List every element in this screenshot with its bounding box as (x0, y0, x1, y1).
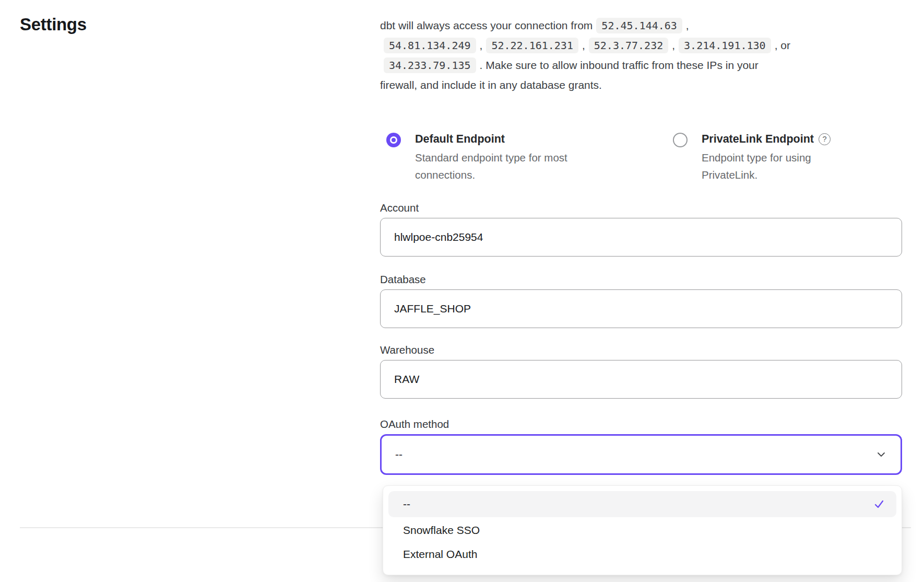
ip-address-chip: 52.45.144.63 (596, 18, 682, 33)
warehouse-input[interactable] (380, 360, 902, 399)
ip-address-chip: 54.81.134.249 (384, 38, 476, 53)
dropdown-option-external-oauth[interactable]: External OAuth (388, 542, 896, 566)
settings-page: Settings dbt will always access your con… (0, 0, 924, 582)
oauth-method-select[interactable]: -- (380, 434, 902, 475)
radio-default-endpoint[interactable] (386, 133, 401, 147)
dropdown-option-none[interactable]: -- (388, 491, 896, 517)
privatelink-endpoint-option[interactable]: PrivateLink Endpoint ? Endpoint type for… (673, 132, 837, 183)
separator: , or (775, 39, 790, 51)
check-icon (872, 497, 886, 511)
ip-address-chip: 52.3.77.232 (589, 38, 668, 53)
page-title: Settings (20, 15, 87, 34)
dropdown-option-label: -- (403, 498, 410, 510)
oauth-method-field-group: OAuth method -- (380, 418, 902, 475)
default-endpoint-label: Default Endpoint (415, 132, 595, 146)
notice-text: . Make sure to allow inbound traffic fro… (480, 59, 759, 71)
oauth-method-dropdown: -- Snowflake SSO External OAuth (383, 485, 902, 575)
ip-address-chip: 34.233.79.135 (384, 57, 476, 73)
notice-text: dbt will always access your connection f… (380, 19, 593, 31)
help-icon[interactable]: ? (819, 133, 831, 145)
ip-address-chip: 3.214.191.130 (679, 38, 771, 53)
default-endpoint-description: Standard endpoint type for most connecti… (415, 149, 595, 183)
chevron-down-icon (875, 449, 887, 460)
account-input[interactable] (380, 218, 902, 257)
dropdown-option-label: External OAuth (403, 548, 477, 561)
oauth-method-label: OAuth method (380, 418, 902, 430)
dropdown-option-snowflake-sso[interactable]: Snowflake SSO (388, 518, 896, 542)
warehouse-label: Warehouse (380, 344, 902, 356)
separator: , (672, 39, 675, 51)
connection-settings-panel: dbt will always access your connection f… (380, 16, 904, 95)
privatelink-endpoint-description: Endpoint type for using PrivateLink. (702, 149, 837, 183)
ip-allowlist-notice: dbt will always access your connection f… (380, 16, 904, 95)
dropdown-option-label: Snowflake SSO (403, 524, 480, 537)
notice-text: firewall, and include it in any database… (380, 79, 602, 91)
separator: , (582, 39, 585, 51)
database-input[interactable] (380, 289, 902, 328)
oauth-method-selected-value: -- (395, 448, 402, 461)
default-endpoint-option[interactable]: Default Endpoint Standard endpoint type … (380, 132, 673, 183)
radio-privatelink-endpoint[interactable] (673, 133, 688, 147)
endpoint-type-radio-group: Default Endpoint Standard endpoint type … (380, 132, 904, 183)
account-field-group: Account (380, 202, 902, 257)
database-field-group: Database (380, 273, 902, 328)
privatelink-endpoint-title-text: PrivateLink Endpoint (702, 132, 814, 146)
warehouse-field-group: Warehouse (380, 344, 902, 399)
account-label: Account (380, 202, 902, 214)
default-endpoint-title-text: Default Endpoint (415, 132, 505, 146)
privatelink-endpoint-label: PrivateLink Endpoint ? (702, 132, 837, 146)
separator: , (480, 39, 483, 51)
database-label: Database (380, 273, 902, 286)
ip-address-chip: 52.22.161.231 (486, 38, 578, 53)
separator: , (686, 19, 689, 31)
